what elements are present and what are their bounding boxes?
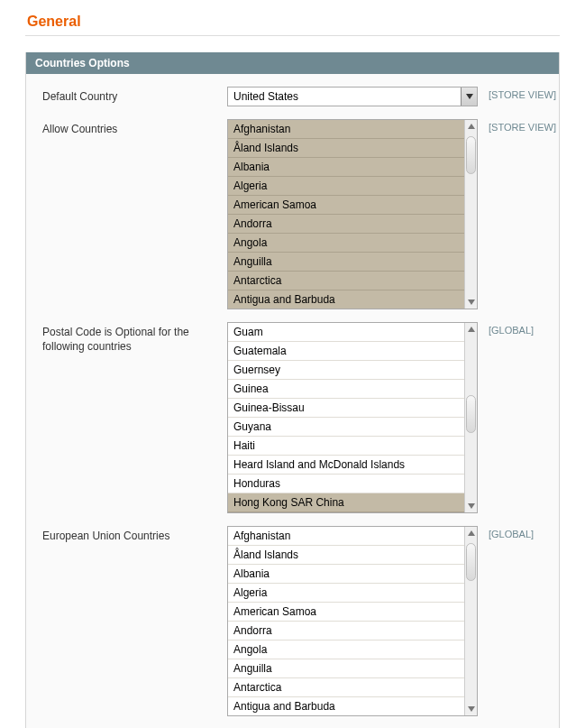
scrollbar[interactable] — [464, 323, 477, 512]
list-item[interactable]: Albania — [228, 565, 464, 584]
list-item[interactable]: Åland Islands — [228, 139, 464, 158]
scroll-track[interactable] — [465, 539, 477, 703]
svg-marker-3 — [468, 327, 475, 332]
scroll-up-icon[interactable] — [465, 527, 477, 539]
scroll-down-icon[interactable] — [465, 500, 477, 512]
postal-optional-items: GuamGuatemalaGuernseyGuineaGuinea-Bissau… — [228, 323, 464, 512]
scroll-thumb[interactable] — [466, 136, 476, 174]
list-item[interactable]: Antarctica — [228, 272, 464, 290]
postal-optional-multiselect[interactable]: GuamGuatemalaGuernseyGuineaGuinea-Bissau… — [227, 322, 478, 513]
allow-countries-items: AfghanistanÅland IslandsAlbaniaAlgeriaAm… — [228, 120, 464, 309]
svg-marker-4 — [468, 503, 475, 509]
list-item[interactable]: American Samoa — [228, 196, 464, 215]
list-item[interactable]: Antigua and Barbuda — [228, 697, 464, 715]
list-item[interactable]: Honduras — [228, 475, 464, 493]
list-item[interactable]: Guyana — [228, 418, 464, 437]
dropdown-button-icon — [461, 88, 477, 106]
scroll-down-icon[interactable] — [465, 296, 477, 309]
list-item[interactable]: Åland Islands — [228, 546, 464, 565]
svg-marker-0 — [466, 94, 473, 99]
scope-postal-optional: [GLOBAL] — [478, 322, 534, 336]
scrollbar[interactable] — [464, 527, 477, 715]
svg-marker-6 — [468, 706, 475, 712]
svg-marker-1 — [468, 124, 475, 129]
default-country-value: United States — [228, 90, 461, 103]
scroll-thumb[interactable] — [466, 543, 476, 581]
list-item[interactable]: Andorra — [228, 622, 464, 640]
list-item[interactable]: Andorra — [228, 215, 464, 234]
list-item[interactable]: Albania — [228, 158, 464, 177]
scroll-thumb[interactable] — [466, 395, 476, 433]
list-item[interactable]: Heard Island and McDonald Islands — [228, 456, 464, 475]
row-default-country: Default Country United States [STORE VIE… — [42, 87, 543, 106]
page-heading: General — [0, 0, 585, 35]
list-item[interactable]: Anguilla — [228, 659, 464, 678]
section-body: Default Country United States [STORE VIE… — [26, 74, 559, 728]
svg-marker-5 — [468, 530, 475, 536]
label-default-country: Default Country — [42, 87, 227, 104]
scrollbar[interactable] — [464, 120, 477, 309]
row-eu-countries: European Union Countries AfghanistanÅlan… — [42, 526, 543, 716]
svg-marker-2 — [468, 299, 475, 305]
scope-default-country: [STORE VIEW] — [478, 87, 556, 100]
list-item[interactable]: Guam — [228, 323, 464, 342]
heading-divider — [25, 35, 560, 36]
row-postal-optional: Postal Code is Optional for the followin… — [42, 322, 543, 513]
scope-eu-countries: [GLOBAL] — [478, 526, 534, 539]
list-item[interactable]: Algeria — [228, 584, 464, 603]
list-item[interactable]: Hong Kong SAR China — [228, 493, 464, 512]
label-allow-countries: Allow Countries — [42, 119, 227, 136]
list-item[interactable]: Guatemala — [228, 342, 464, 361]
scroll-track[interactable] — [465, 133, 477, 296]
eu-countries-items: AfghanistanÅland IslandsAlbaniaAlgeriaAm… — [228, 527, 464, 715]
scroll-up-icon[interactable] — [465, 323, 477, 336]
list-item[interactable]: Guernsey — [228, 361, 464, 380]
countries-options-section: Countries Options Default Country United… — [25, 52, 560, 728]
list-item[interactable]: Angola — [228, 640, 464, 659]
list-item[interactable]: Haiti — [228, 437, 464, 456]
list-item[interactable]: Antarctica — [228, 678, 464, 697]
list-item[interactable]: Afghanistan — [228, 527, 464, 546]
scope-allow-countries: [STORE VIEW] — [478, 119, 556, 133]
list-item[interactable]: Antigua and Barbuda — [228, 290, 464, 309]
scroll-track[interactable] — [465, 336, 477, 500]
label-eu-countries: European Union Countries — [42, 526, 227, 543]
list-item[interactable]: Guinea-Bissau — [228, 399, 464, 418]
allow-countries-multiselect[interactable]: AfghanistanÅland IslandsAlbaniaAlgeriaAm… — [227, 119, 478, 309]
label-postal-optional: Postal Code is Optional for the followin… — [42, 322, 227, 354]
scroll-up-icon[interactable] — [465, 120, 477, 133]
default-country-select[interactable]: United States — [227, 87, 478, 106]
section-header[interactable]: Countries Options — [26, 52, 559, 74]
row-allow-countries: Allow Countries AfghanistanÅland Islands… — [42, 119, 543, 309]
list-item[interactable]: American Samoa — [228, 603, 464, 622]
list-item[interactable]: Afghanistan — [228, 120, 464, 139]
list-item[interactable]: Algeria — [228, 177, 464, 196]
scroll-down-icon[interactable] — [465, 703, 477, 715]
list-item[interactable]: Anguilla — [228, 253, 464, 272]
eu-countries-multiselect[interactable]: AfghanistanÅland IslandsAlbaniaAlgeriaAm… — [227, 526, 478, 716]
list-item[interactable]: Guinea — [228, 380, 464, 399]
list-item[interactable]: Angola — [228, 234, 464, 253]
